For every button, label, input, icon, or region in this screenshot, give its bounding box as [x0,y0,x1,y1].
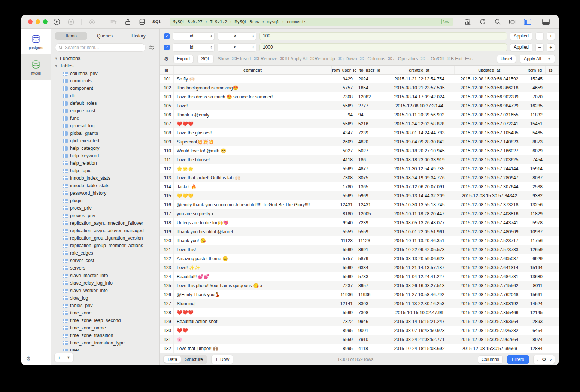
cell-comment[interactable]: Thank u @emily [174,110,332,119]
filter-sliders-icon[interactable] [149,45,155,50]
table-row[interactable]: 105Love!556927772015-12-06 10:37:39.4420… [160,101,559,110]
cell-to_user_id[interactable]: 8691 [356,245,384,254]
cell-item_id[interactable]: 12884 [524,344,546,353]
table-row[interactable]: 131🌸556979102015-08-24 21:08:52.7712015-… [160,335,559,344]
sidebar-table-tables_priv[interactable]: tables_priv [54,302,159,309]
cell-comment[interactable]: Would love to! @mith 😁 [174,146,332,155]
cell-from_user_id[interactable]: 7308 [332,173,356,182]
column-header-created_at[interactable]: created_at [384,66,455,74]
filter-settings-gear-icon[interactable]: ⚙ [164,56,169,62]
cell-is_[interactable] [546,83,559,92]
cell-item_id[interactable]: 11829 [524,209,546,218]
column-header-item_id[interactable]: item_id [524,66,546,74]
sidebar-table-component[interactable]: component [54,85,159,92]
cell-item_id[interactable]: 6029 [524,146,546,155]
cell-updated_at[interactable]: 2015-12-08 15:30:57.408816 [455,209,524,218]
cell-to_user_id[interactable]: 12005 [356,209,384,218]
sidebar-table-slave_master_info[interactable]: slave_master_info [54,272,159,279]
table-row[interactable]: 126@Emily Thank you💃11936119362015-11-27… [160,290,559,299]
cell-to_user_id[interactable]: 8303 [356,299,384,308]
cell-created_at[interactable]: 2015-08-18 23:00:33.919 [384,155,455,164]
filters-button[interactable]: Filters [507,355,529,364]
cell-to_user_id[interactable]: 3075 [356,173,384,182]
sidebar-table-plugin[interactable]: plugin [54,197,159,204]
cell-to_user_id[interactable]: 5216 [356,119,384,128]
cell-id[interactable]: 126 [160,290,174,299]
cell-created_at[interactable]: 2015-11-24 22:02:58.828 [384,119,455,128]
sidebar-table-help_relation[interactable]: help_relation [54,159,159,167]
cell-is_[interactable] [546,200,559,209]
sidebar-table-replication_asyn...ailover_managed[interactable]: replication_asyn...ailover_managed [54,227,159,234]
cell-updated_at[interactable]: 2015-12-08 15:30:57.280947 [455,173,524,182]
cell-item_id[interactable]: 14524 [524,299,546,308]
cell-created_at[interactable]: 2015-10-11 20:39:56.992 [384,110,455,119]
cell-id[interactable]: 105 [160,101,174,110]
cell-comment[interactable]: @Emily Thank you💃 [174,290,332,299]
cell-item_id[interactable]: 8037 [524,173,546,182]
cell-id[interactable]: 130 [160,326,174,335]
cell-item_id[interactable]: 15245 [524,75,546,83]
cell-updated_at[interactable]: 2015-12-08 15:30:57.715562 [455,281,524,290]
cell-is_[interactable] [546,191,559,200]
cell-updated_at[interactable]: 2015-12-08 15:30:57.605037 [455,254,524,263]
cell-item_id[interactable]: 10937 [524,227,546,236]
sidebar-table-innodb_table_stats[interactable]: innodb_table_stats [54,182,159,189]
cell-item_id[interactable]: 15661 [524,290,546,299]
cell-from_user_id[interactable]: 94 [332,110,356,119]
table-row[interactable]: 121Love this!556986912015-10-22 09:42:05… [160,245,559,254]
cell-item_id[interactable]: 11832 [524,110,546,119]
cell-created_at[interactable]: 2015-08-14 17:09:42.024 [384,92,455,101]
cell-comment[interactable]: Love the glasses! [174,128,332,137]
cell-to_user_id[interactable]: 5969 [356,191,384,200]
cell-item_id[interactable]: 15451 [524,119,546,128]
sidebar-table-columns_priv[interactable]: columns_priv [54,70,159,77]
cell-from_user_id[interactable]: 11936 [332,290,356,299]
cell-from_user_id[interactable]: 8995 [332,344,356,353]
cell-updated_at[interactable]: 2015-12-08 15:30:57.105485 [455,128,524,137]
cell-comment[interactable]: Love this! [174,245,332,254]
connection-postgres[interactable]: postgres [21,29,51,54]
cell-created_at[interactable]: 2015-08-26 16:03:27.513 [384,281,455,290]
tab-queries[interactable]: Queries [89,32,121,40]
cell-to_user_id[interactable]: 7910 [356,335,384,344]
cell-is_[interactable] [546,128,559,137]
cell-created_at[interactable]: 2015-10-11 18:28:20.447 [384,209,455,218]
cell-from_user_id[interactable]: 5757 [332,254,356,263]
column-header-to_user_id[interactable]: to_user_id [356,66,384,74]
cell-created_at[interactable]: 2015-10-15 10:02:47.99 [384,308,455,317]
cell-from_user_id[interactable]: 2609 [332,137,356,146]
cell-is_[interactable] [546,218,559,227]
sql-button[interactable]: SQL [197,55,214,63]
cell-item_id[interactable]: 4659 [524,83,546,92]
filter-operator-select[interactable]: <▲▼ [218,43,256,51]
tree-group-functions[interactable]: ▼Functions [54,55,159,62]
cell-id[interactable]: 124 [160,272,174,281]
cell-to_user_id[interactable]: 4118 [356,344,384,353]
cell-updated_at[interactable]: 2015-12-08 15:30:57.641314 [455,263,524,272]
table-row[interactable]: 101So fly 🙌🏻942920242015-11-21 22:12:54.… [160,75,559,83]
cell-item_id[interactable]: 5465 [524,128,546,137]
cell-updated_at[interactable]: 2015-12-08 15:30:57.926282 [455,326,524,335]
cell-item_id[interactable]: 13256 [524,200,546,209]
cell-updated_at[interactable]: 2015-12-08 15:30:57.962664 [455,335,524,344]
cell-created_at[interactable]: 2015-08-18 20:27:10.945 [384,146,455,155]
cell-to_user_id[interactable]: 5559 [356,227,384,236]
cell-created_at[interactable]: 2015-08-13 20:59:06.623 [384,254,455,263]
cell-is_[interactable] [546,155,559,164]
sidebar-table-db[interactable]: db [54,92,159,100]
cell-is_[interactable] [546,281,559,290]
cell-item_id[interactable]: 13680 [524,272,546,281]
settings-gear-icon[interactable]: ⚙ [26,355,31,362]
close-window-button[interactable] [28,19,33,24]
cell-is_[interactable] [546,326,559,335]
cell-comment[interactable]: So fly 🙌🏻 [174,75,332,83]
cell-created_at[interactable]: 2015-08-10 21:23:57.505 [384,83,455,92]
cell-id[interactable]: 101 [160,75,174,83]
table-row[interactable]: 107❤️❤️❤️556952162015-11-24 22:02:58.828… [160,119,559,128]
sidebar-table-comments[interactable]: comments [54,77,159,85]
cell-to_user_id[interactable]: 4820 [356,137,384,146]
cell-is_[interactable] [546,164,559,173]
segment-structure[interactable]: Structure [181,356,207,363]
lock-icon[interactable] [124,18,131,25]
cell-comment[interactable]: you are so pretty x [174,209,332,218]
